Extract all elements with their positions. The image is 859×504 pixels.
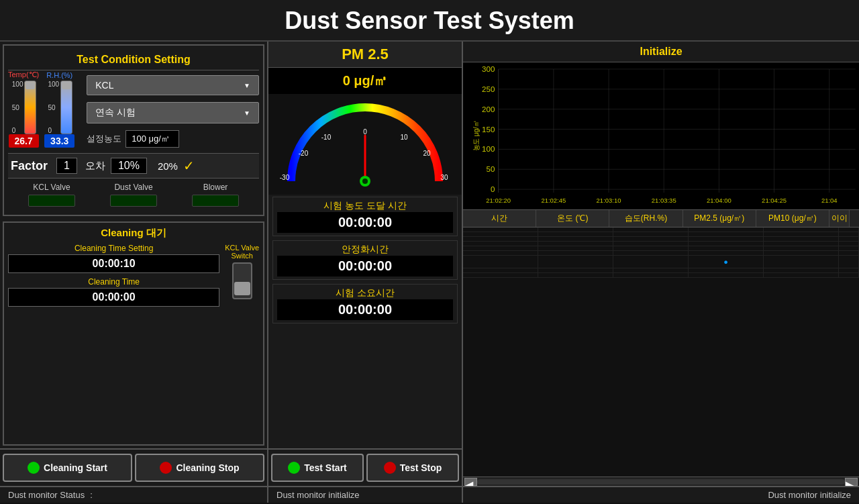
temp-slider[interactable] [24, 81, 36, 134]
test-mode-dropdown-arrow: ▼ [244, 109, 250, 117]
kcl-valve-switch[interactable] [232, 262, 252, 299]
test-stop-label: Test Stop [400, 462, 442, 473]
col-header-time: 시간 [463, 210, 536, 227]
svg-text:21:02:45: 21:02:45 [541, 197, 566, 204]
error-pct[interactable]: 10% [111, 158, 147, 174]
rh-slider[interactable] [60, 81, 72, 134]
svg-text:50: 50 [487, 166, 495, 174]
test-start-button[interactable]: Test Start [271, 454, 364, 482]
cleaning-time-setting-label: Cleaning Time Setting [8, 244, 219, 253]
cleaning-start-label: Cleaning Start [44, 462, 107, 473]
check-mark-icon: ✓ [183, 158, 195, 174]
toggle-handle [234, 282, 250, 295]
svg-point-9 [362, 179, 368, 184]
pm-title: PM 2.5 [268, 46, 462, 63]
svg-text:0: 0 [491, 185, 495, 193]
chart-svg: 300 250 200 150 100 50 0 21:02:20 21:02:… [463, 62, 859, 209]
svg-text:300: 300 [482, 65, 495, 73]
setting-conc-label: 설정농도 [87, 133, 121, 145]
main-layout: Test Condition Setting Temp(℃) 100 50 0 [0, 40, 859, 503]
left-status-bar: Dust monitor Status : [0, 486, 267, 503]
svg-text:-20: -20 [299, 150, 309, 157]
svg-text:200: 200 [482, 105, 495, 113]
cleaning-time-value: 00:00:00 [8, 288, 219, 307]
test-stop-button[interactable]: Test Stop [366, 454, 459, 482]
test-condition-title: Test Condition Setting [8, 50, 259, 70]
gauge-svg: -30 -20 -10 0 10 20 30 [278, 101, 452, 188]
dust-monitor-status-label: Dust monitor Status [8, 490, 85, 500]
cleaning-start-icon [28, 462, 40, 474]
temp-slider-col: Temp(℃) 100 50 0 26.7 [8, 70, 39, 148]
status-separator: : [90, 490, 93, 500]
cleaning-stop-label: Cleaning Stop [176, 462, 239, 473]
table-row [463, 232, 859, 237]
pm-header: PM 2.5 [268, 42, 462, 68]
svg-text:150: 150 [482, 125, 495, 134]
test-condition-section: Test Condition Setting Temp(℃) 100 50 0 [3, 44, 264, 216]
test-mode-dropdown[interactable]: 연속 시험 ▼ [87, 102, 259, 123]
elapsed-value: 00:00:00 [277, 299, 453, 320]
col-header-pm25: PM2.5 (μg/㎥) [683, 210, 756, 227]
svg-text:0: 0 [363, 128, 367, 136]
pm-value: 0 μg/㎥ [268, 68, 462, 94]
test-start-icon [288, 462, 300, 474]
cleaning-stop-button[interactable]: Cleaning Stop [135, 454, 264, 482]
cleaning-start-button[interactable]: Cleaning Start [3, 454, 132, 482]
factor-label: Factor [11, 159, 51, 173]
dust-monitor-init-right: Dust monitor initialize [768, 490, 851, 500]
col-header-extra: 이이 [829, 210, 850, 227]
svg-text:21:02:20: 21:02:20 [486, 197, 511, 204]
svg-text:21:04:25: 21:04:25 [762, 197, 787, 204]
kcl-valve-indicator[interactable] [28, 195, 75, 207]
svg-text:-30: -30 [280, 174, 290, 181]
scroll-track[interactable] [477, 479, 845, 485]
svg-text:농도 μg/㎥: 농도 μg/㎥ [472, 121, 480, 152]
rh-scale: 100 50 0 [48, 81, 59, 134]
rh-label: R.H.(%) [46, 71, 72, 79]
svg-text:21:03:35: 21:03:35 [652, 197, 676, 204]
blower-indicator[interactable] [192, 195, 239, 207]
table-row [463, 273, 859, 278]
horizontal-scrollbar[interactable]: ◀ ▶ [463, 476, 859, 486]
middle-bottom-buttons: Test Start Test Stop [268, 448, 462, 486]
test-reach-value: 00:00:00 [277, 212, 453, 233]
svg-text:21:04:00: 21:04:00 [707, 197, 731, 204]
kcl-dropdown[interactable]: KCL ▼ [87, 75, 259, 95]
table-row [463, 246, 859, 251]
svg-text:20: 20 [423, 150, 431, 157]
svg-text:250: 250 [482, 85, 495, 93]
test-time-section: 시험 농도 도달 시간 00:00:00 안정화시간 00:00:00 시험 소… [268, 195, 462, 448]
kcl-valve-label: KCL Valve [33, 183, 70, 192]
scroll-right-btn[interactable]: ▶ [845, 478, 858, 486]
error-pct2: 20% [158, 160, 178, 172]
table-row [463, 237, 859, 242]
svg-text:100: 100 [482, 146, 495, 154]
kcl-dropdown-arrow: ▼ [244, 82, 250, 89]
cleaning-time-label: Cleaning Time [8, 277, 219, 287]
error-label: 오차 [85, 160, 105, 172]
gauge-container: -30 -20 -10 0 10 20 30 [268, 94, 462, 195]
cleaning-right: KCL ValveSwitch [225, 244, 259, 311]
stable-block: 안정화시간 00:00:00 [272, 240, 458, 280]
svg-text:30: 30 [440, 174, 448, 181]
table-body: ● [463, 228, 859, 476]
col-header-pm10: PM10 (μg/㎥) [756, 210, 829, 227]
svg-text:10: 10 [400, 134, 408, 141]
factor-row: Factor 1 오차 10% 20% ✓ [8, 153, 259, 179]
table-row [463, 268, 859, 273]
setting-conc-value[interactable]: 100 μg/㎥ [125, 130, 179, 148]
temp-rh-row: Temp(℃) 100 50 0 26.7 [8, 70, 259, 148]
stable-label: 안정화시간 [277, 244, 453, 256]
middle-status-bar: Dust monitor initialize [268, 486, 462, 503]
data-table-section: 시간 온도 (℃) 습도(RH.%) PM2.5 (μg/㎥) PM10 (μg… [463, 210, 859, 486]
dust-valve-indicator[interactable] [110, 195, 157, 207]
table-row [463, 251, 859, 256]
kcl-valve-col: KCL Valve [28, 183, 75, 207]
col-header-rh: 습도(RH.%) [609, 210, 683, 227]
cleaning-time-setting-value[interactable]: 00:00:10 [8, 254, 219, 273]
middle-panel: PM 2.5 0 μg/㎥ [268, 42, 463, 503]
cleaning-stop-icon [160, 462, 172, 474]
initialize-title: Initialize [463, 42, 859, 62]
scroll-left-btn[interactable]: ◀ [464, 478, 477, 486]
factor-value[interactable]: 1 [56, 158, 77, 174]
